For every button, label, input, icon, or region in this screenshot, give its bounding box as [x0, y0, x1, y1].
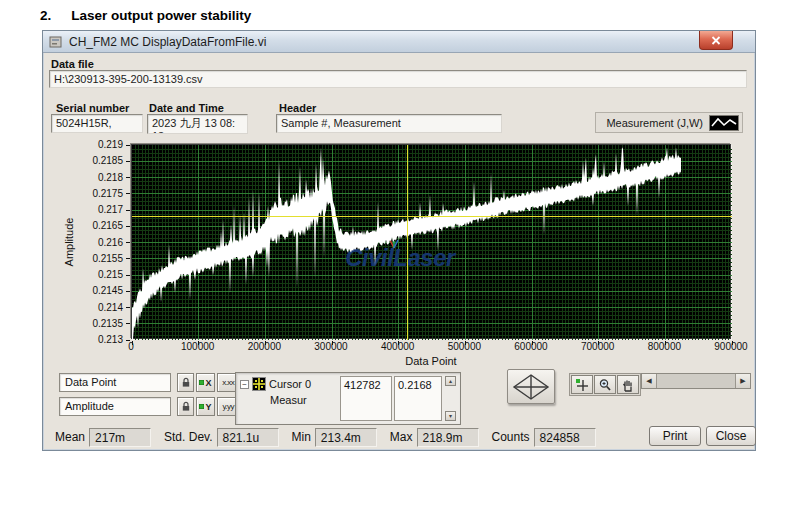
waveform-chart[interactable]: CivilLaser [131, 144, 731, 339]
cursor-x-value-field[interactable]: 412782 [340, 376, 392, 421]
header-label: Header [279, 102, 316, 114]
max-label: Max [390, 430, 413, 444]
plot-legend-label: Measurement (J,W) [606, 117, 703, 129]
close-window-button[interactable] [699, 31, 733, 50]
x-tick-label: 200000 [248, 341, 281, 352]
scroll-down-icon[interactable]: ▾ [445, 411, 456, 421]
plot-legend[interactable]: Measurement (J,W) [595, 112, 743, 133]
y-tick-label: 0.218 [98, 171, 123, 182]
window-title: CH_FM2 MC DisplayDataFromFile.vi [69, 35, 266, 49]
vi-file-icon [49, 35, 63, 49]
y-axis-tick-labels: 0.2190.21850.2180.21750.2170.21650.2160.… [75, 144, 125, 339]
mean-value: 217m [89, 428, 151, 447]
x-autoscale-letter: X [205, 378, 211, 388]
scroll-up-icon[interactable]: ▴ [445, 376, 456, 386]
x-tick-label: 700000 [581, 341, 614, 352]
serial-number-label: Serial number [56, 102, 129, 114]
y-tick-label: 0.216 [98, 236, 123, 247]
scroll-right-icon[interactable]: ▶ [735, 374, 750, 388]
page: 2.Laser output power stability CH_FM2 MC… [0, 0, 800, 508]
x-axis-tick-labels: 0100000200000300000400000500000600000700… [131, 341, 731, 353]
cursor-channel-name: Measur [270, 394, 338, 406]
cursor-name[interactable]: Cursor 0 [269, 378, 311, 390]
hand-icon [621, 378, 635, 392]
y-tick-label: 0.2135 [92, 317, 123, 328]
y-tick-label: 0.2185 [92, 155, 123, 166]
y-tick-label: 0.215 [98, 269, 123, 280]
magnifier-icon [598, 378, 612, 392]
cursor-tree: − Cursor 0 Measur [236, 373, 340, 424]
min-label: Min [292, 430, 311, 444]
zoom-tool-button[interactable] [594, 375, 616, 394]
graph-h-scrollbar[interactable]: ◀ ▶ [641, 373, 751, 389]
y-tick-label: 0.2165 [92, 220, 123, 231]
y-scale-name-field[interactable]: Amplitude [59, 397, 171, 416]
max-value: 218.9m [417, 428, 479, 447]
cursor-legend-panel: − Cursor 0 Measur 412782 0.2168 ▴ ▾ [235, 372, 461, 425]
x-tick-label: 300000 [314, 341, 347, 352]
y-tick-label: 0.219 [98, 139, 123, 150]
crosshair-tool-icon [575, 378, 589, 392]
data-file-path-field[interactable]: H:\230913-395-200-13139.csv [49, 70, 747, 88]
cursor-move-tool-button[interactable] [571, 375, 593, 394]
scrollbar-track[interactable] [657, 374, 735, 388]
y-tick-label: 0.2145 [92, 285, 123, 296]
app-window: CH_FM2 MC DisplayDataFromFile.vi Data fi… [42, 30, 756, 451]
date-time-label: Date and Time [149, 102, 224, 114]
print-button[interactable]: Print [649, 426, 701, 446]
date-time-line2: 13 [152, 130, 243, 134]
tree-expander-button[interactable]: − [240, 380, 249, 389]
y-autoscale-button[interactable]: Y [196, 397, 215, 416]
x-tick-label: 100000 [181, 341, 214, 352]
x-tick-label: 800000 [648, 341, 681, 352]
heading-number: 2. [40, 8, 51, 23]
mean-label: Mean [55, 430, 85, 444]
counts-value: 824858 [534, 428, 596, 447]
y-tick-label: 0.2175 [92, 187, 123, 198]
y-format-text: y.yy [222, 402, 234, 411]
cursor-y-value-field[interactable]: 0.2168 [394, 376, 442, 421]
padlock-icon [181, 377, 191, 388]
date-time-field[interactable]: 2023 九月 13 08: 13 [147, 114, 248, 134]
y-scale-lock-button[interactable] [177, 397, 194, 416]
y-tick-label: 0.214 [98, 301, 123, 312]
window-titlebar[interactable]: CH_FM2 MC DisplayDataFromFile.vi [43, 31, 755, 53]
pan-hand-tool-button[interactable] [617, 375, 639, 394]
min-value: 213.4m [315, 428, 377, 447]
padlock-icon [181, 401, 191, 412]
x-format-text: x.xx [222, 378, 234, 387]
pan-diamond-icon [511, 373, 551, 401]
scroll-left-icon[interactable]: ◀ [642, 374, 657, 388]
heading-text: Laser output power stability [71, 8, 251, 23]
header-field[interactable]: Sample #, Measurement [276, 114, 502, 133]
serial-number-field[interactable]: 5024H15R, [51, 114, 143, 133]
x-tick-label: 500000 [448, 341, 481, 352]
y-autoscale-letter: Y [205, 402, 211, 412]
data-file-label: Data file [51, 58, 94, 70]
autoscale-on-indicator-icon [199, 404, 204, 409]
waveform-plot-canvas: CivilLaser [132, 145, 732, 340]
stddev-value: 821.1u [217, 428, 279, 447]
plot-line-swatch-icon [709, 115, 739, 131]
cursor-crosshair-icon [252, 377, 266, 391]
close-icon [711, 36, 721, 45]
stddev-label: Std. Dev. [164, 430, 212, 444]
x-axis-title: Data Point [131, 355, 731, 367]
date-time-line1: 2023 九月 13 08: [152, 117, 243, 130]
autoscale-on-indicator-icon [199, 380, 204, 385]
graph-pan-button[interactable] [507, 369, 555, 404]
stats-row: Mean 217m Std. Dev. 821.1u Min 213.4m Ma… [55, 426, 643, 448]
x-tick-label: 0 [128, 341, 134, 352]
y-tick-label: 0.217 [98, 204, 123, 215]
x-tick-label: 600000 [514, 341, 547, 352]
graph-tool-palette [569, 373, 641, 396]
y-tick-label: 0.2155 [92, 252, 123, 263]
close-button[interactable]: Close [706, 426, 756, 446]
x-scale-lock-button[interactable] [177, 373, 194, 392]
x-autoscale-button[interactable]: X [196, 373, 215, 392]
cursor-legend-scrollbar[interactable]: ▴ ▾ [444, 373, 457, 424]
x-tick-label: 900000 [714, 341, 747, 352]
y-tick-label: 0.213 [98, 334, 123, 345]
counts-label: Counts [492, 430, 530, 444]
x-scale-name-field[interactable]: Data Point [59, 373, 171, 392]
